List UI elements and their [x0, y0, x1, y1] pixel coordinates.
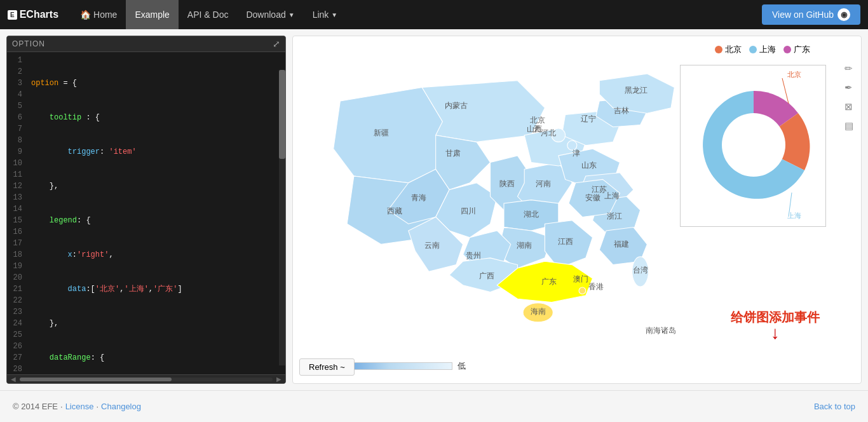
label-hebei: 河北 — [541, 128, 556, 137]
github-button[interactable]: View on GitHub ◉ — [762, 4, 860, 25]
label-sichuan: 四川 — [461, 207, 476, 215]
label-inner-mongolia: 内蒙古 — [445, 101, 468, 110]
legend-dot-guangdong — [783, 46, 791, 53]
code-panel: OPTION ⤢ 12345 678910 1112131415 1617181… — [6, 36, 286, 384]
legend-item-shanghai: 上海 — [749, 44, 776, 55]
toolbox-dataview-icon[interactable]: ▤ — [843, 119, 855, 133]
legend-dot-beijing — [715, 46, 722, 53]
pie-chart-svg: 北京 上海 — [681, 65, 827, 228]
label-tianjin2: 津 — [573, 149, 580, 158]
label-henan: 河南 — [536, 179, 551, 188]
label-fujian: 福建 — [614, 240, 629, 248]
download-dropdown-icon: ▼ — [288, 11, 295, 18]
toolbox-delete-icon[interactable]: ⊠ — [843, 100, 855, 114]
label-guangdong: 广东 — [541, 277, 557, 286]
label-guizhou: 贵州 — [466, 251, 481, 260]
label-nanhai: 南海诸岛 — [646, 326, 676, 335]
label-tibet: 西藏 — [387, 207, 402, 215]
chart-area: 北京 上海 广东 — [293, 36, 861, 383]
code-panel-header: OPTION ⤢ — [7, 36, 285, 52]
toolbox: ✏ ✒ ⊠ ▤ — [843, 62, 855, 133]
hongkong-macao — [579, 287, 586, 294]
legend-label-shanghai: 上海 — [759, 44, 776, 55]
brand-icon: E — [8, 10, 17, 20]
label-shaanxi: 陕西 — [499, 179, 515, 188]
label-shanghai: 上海 — [604, 191, 620, 200]
label-jilin: 吉林 — [614, 106, 629, 115]
annotation: 给饼图添加事件 ↓ — [731, 309, 820, 340]
label-yunnan: 云南 — [424, 241, 440, 250]
toolbox-mark-icon[interactable]: ✏ — [843, 62, 855, 76]
brand-logo[interactable]: E ECharts — [8, 9, 58, 20]
chart-panel: 北京 上海 广东 — [292, 36, 862, 384]
code-content[interactable]: option = { tooltip : { trigger: 'item' }… — [26, 52, 285, 374]
label-anhui: 安徽 — [585, 193, 600, 202]
legend-item-beijing: 北京 — [715, 44, 742, 55]
label-xinjiang: 新疆 — [374, 128, 389, 137]
legend: 北京 上海 广东 — [715, 44, 810, 55]
label-shanxi: 山西 — [527, 125, 542, 133]
line-numbers: 12345 678910 1112131415 1617181920 21222… — [7, 52, 26, 374]
label-gansu: 甘肃 — [445, 149, 461, 158]
annotation-text: 给饼图添加事件 — [731, 309, 820, 326]
label-beijing: 北京 — [530, 116, 545, 125]
nav-link[interactable]: Link ▼ — [304, 0, 347, 29]
scroll-right-arrow[interactable]: ▶ — [275, 376, 283, 383]
navbar: E ECharts 🏠 Home Example API & Doc Downl… — [0, 0, 868, 29]
code-area[interactable]: 12345 678910 1112131415 1617181920 21222… — [7, 52, 285, 374]
license-link[interactable]: License — [65, 402, 94, 411]
label-zhejiang: 浙江 — [607, 212, 622, 221]
changelog-link[interactable]: Changelog — [101, 402, 141, 411]
scrollbar-x[interactable]: ◀ ▶ — [7, 374, 285, 383]
github-label: View on GitHub — [772, 10, 834, 20]
legend-label-guangdong: 广东 — [794, 44, 810, 55]
pie-chart-container[interactable]: 北京 上海 — [680, 65, 826, 227]
label-liaoning: 辽宁 — [581, 114, 596, 123]
label-macao: 澳门 — [573, 275, 588, 283]
legend-label-beijing: 北京 — [725, 44, 742, 55]
scroll-left-arrow[interactable]: ◀ — [10, 376, 17, 383]
copyright-text: © 2014 EFE — [13, 402, 58, 411]
legend-dot-shanghai — [749, 46, 757, 53]
china-map-svg: 新疆 西藏 内蒙古 甘肃 青海 四川 贵州 云南 广西 陕西 河南 湖北 湖南 … — [299, 62, 709, 345]
github-icon: ◉ — [837, 8, 850, 21]
label-shandong: 山东 — [581, 161, 597, 170]
refresh-button[interactable]: Refresh ~ — [299, 358, 355, 376]
code-panel-title: OPTION — [12, 39, 45, 48]
pie-beijing-label: 北京 — [787, 71, 801, 78]
home-icon: 🏠 — [80, 10, 91, 20]
label-taiwan: 台湾 — [633, 266, 648, 275]
link-dropdown-icon: ▼ — [331, 11, 337, 18]
scroll-track-x[interactable] — [20, 378, 273, 381]
annotation-arrow-icon: ↓ — [771, 326, 780, 340]
nav-example[interactable]: Example — [126, 0, 178, 29]
label-jiangxi: 江西 — [558, 237, 573, 246]
nav-api-doc[interactable]: API & Doc — [179, 0, 238, 29]
scrollbar-y[interactable] — [279, 70, 285, 365]
main-content: OPTION ⤢ 12345 678910 1112131415 1617181… — [0, 29, 868, 390]
nav-home[interactable]: 🏠 Home — [71, 0, 126, 29]
label-hainan: 海南 — [531, 307, 546, 316]
toolbox-pencil-icon[interactable]: ✒ — [843, 81, 855, 95]
label-heilongjiang: 黑龙江 — [625, 86, 648, 95]
pie-donut-hole — [722, 113, 785, 177]
expand-icon[interactable]: ⤢ — [273, 39, 280, 49]
label-hongkong: 香港 — [588, 282, 604, 291]
scale-low-label: 低 — [458, 360, 466, 372]
legend-item-guangdong: 广东 — [783, 44, 810, 55]
label-hunan: 湖南 — [517, 241, 532, 250]
back-to-top-link[interactable]: Back to top — [814, 402, 855, 411]
brand-name: ECharts — [20, 9, 58, 20]
nav-download[interactable]: Download ▼ — [237, 0, 303, 29]
refresh-btn-area: Refresh ~ — [299, 358, 355, 376]
label-hubei: 湖北 — [524, 210, 539, 219]
label-qinghai: 青海 — [411, 193, 426, 202]
footer: © 2014 EFE · License · Changelog Back to… — [0, 390, 868, 422]
map-container[interactable]: 新疆 西藏 内蒙古 甘肃 青海 四川 贵州 云南 广西 陕西 河南 湖北 湖南 … — [299, 62, 709, 345]
label-guangxi: 广西 — [479, 271, 494, 280]
